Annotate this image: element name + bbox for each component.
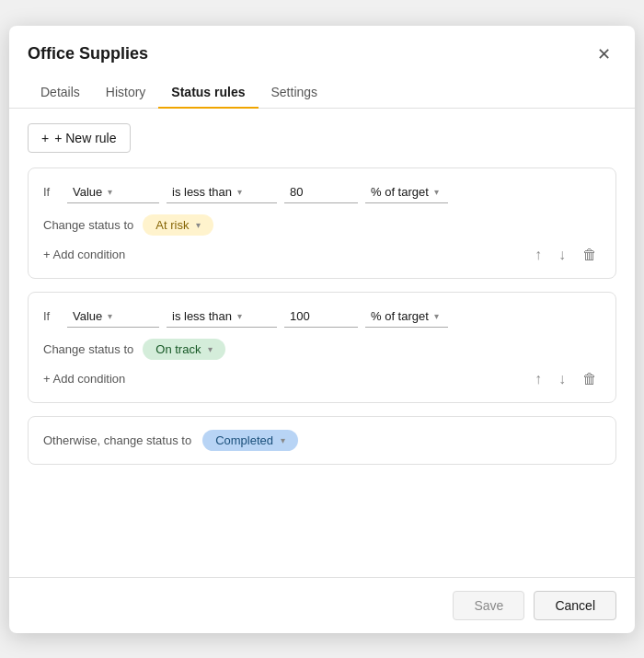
rule-2-target-label: % of target [371,309,429,323]
rule-1-target-label: % of target [371,185,429,199]
rule-1-condition-select[interactable]: is less than ▾ [167,181,277,203]
dialog-title: Office Supplies [28,44,148,63]
content-area: + + New rule If Value ▾ is less than ▾ %… [9,109,635,577]
dialog-header: Office Supplies ✕ [9,26,635,66]
tab-details[interactable]: Details [28,77,93,109]
rule-2-move-up-button[interactable]: ↑ [531,369,546,389]
rule-1-condition-label: is less than [172,185,232,199]
rule-1-value-select[interactable]: Value ▾ [67,181,159,203]
rule-2-value-select[interactable]: Value ▾ [67,306,159,328]
close-button[interactable]: ✕ [592,42,616,66]
rule-2-delete-button[interactable]: 🗑 [579,369,601,389]
rule-2-if-label: If [43,309,60,323]
rule-2-target-select[interactable]: % of target ▾ [365,306,448,328]
rule-2-action-icons: ↑ ↓ 🗑 [531,369,601,389]
rule-1-add-condition-button[interactable]: + Add condition [43,246,125,263]
rule-2-status-row: Change status to On track ▾ [43,339,601,360]
rule-1-target-select[interactable]: % of target ▾ [365,181,448,203]
rule-1-number-input[interactable] [284,181,358,203]
rule-1-action-icons: ↑ ↓ 🗑 [531,245,601,265]
rule-2-condition-label: is less than [172,309,232,323]
dialog-footer: Save Cancel [9,577,635,633]
rule-1-value-label: Value [73,185,102,199]
rule-2-condition-chevron: ▾ [237,311,242,321]
otherwise-status-chevron: ▾ [281,435,285,445]
rule-1-delete-button[interactable]: 🗑 [579,245,601,265]
tab-history[interactable]: History [93,77,159,109]
rule-1-if-label: If [43,185,60,199]
rule-2-status-chevron: ▾ [208,344,213,354]
rule-2-actions: + Add condition ↑ ↓ 🗑 [43,369,601,389]
tabs: Details History Status rules Settings [9,66,635,109]
otherwise-status-badge[interactable]: Completed ▾ [202,430,298,451]
rule-2-add-condition-button[interactable]: + Add condition [43,370,125,387]
rule-1-actions: + Add condition ↑ ↓ 🗑 [43,245,601,265]
rule-2-target-chevron: ▾ [434,311,439,321]
new-rule-button[interactable]: + + New rule [28,123,131,153]
cancel-button[interactable]: Cancel [534,591,616,620]
rule-1-change-status-label: Change status to [43,218,133,232]
plus-icon: + [41,131,49,145]
save-button[interactable]: Save [453,591,524,620]
rule-card-2: If Value ▾ is less than ▾ % of target ▾ … [28,292,616,403]
rule-1-status-chevron: ▾ [196,220,201,230]
tab-settings[interactable]: Settings [259,77,331,109]
rule-1-status-label: At risk [155,218,189,232]
rule-2-status-badge[interactable]: On track ▾ [143,339,225,360]
rule-2-condition-select[interactable]: is less than ▾ [167,306,277,328]
rule-2-condition-row: If Value ▾ is less than ▾ % of target ▾ [43,306,601,328]
rule-card-1: If Value ▾ is less than ▾ % of target ▾ … [28,167,616,279]
otherwise-status-label: Completed [215,433,273,447]
rule-2-change-status-label: Change status to [43,342,133,356]
rule-2-move-down-button[interactable]: ↓ [555,369,569,389]
rule-1-status-badge[interactable]: At risk ▾ [143,214,213,236]
otherwise-label: Otherwise, change status to [43,433,191,447]
rule-2-value-label: Value [73,309,102,323]
rule-1-value-chevron: ▾ [108,187,112,197]
rule-1-move-up-button[interactable]: ↑ [531,245,546,265]
rule-2-status-label: On track [155,342,201,356]
rule-1-target-chevron: ▾ [434,187,439,197]
tab-status-rules[interactable]: Status rules [158,77,258,109]
rule-1-condition-chevron: ▾ [237,187,242,197]
dialog: Office Supplies ✕ Details History Status… [9,26,635,633]
rule-1-move-down-button[interactable]: ↓ [555,245,569,265]
new-rule-label: + New rule [54,131,116,145]
rule-2-value-chevron: ▾ [108,311,112,321]
rule-1-condition-row: If Value ▾ is less than ▾ % of target ▾ [43,181,601,203]
rule-1-status-row: Change status to At risk ▾ [43,214,601,236]
rule-2-number-input[interactable] [284,306,358,328]
otherwise-card: Otherwise, change status to Completed ▾ [28,416,616,465]
